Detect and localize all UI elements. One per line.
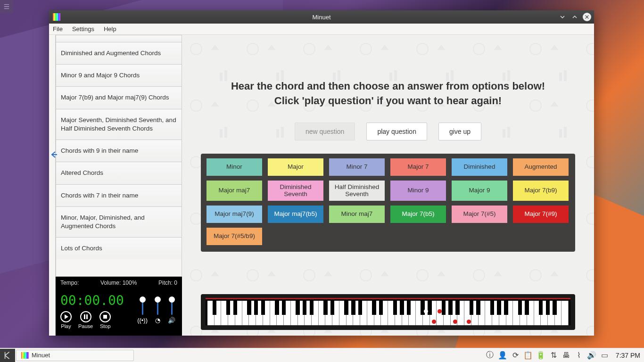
info-icon[interactable]: ⓘ (487, 352, 494, 359)
notifications-icon[interactable]: ▭ (601, 352, 608, 359)
usb-icon[interactable]: ⇅ (550, 352, 557, 359)
black-key[interactable] (233, 301, 237, 315)
black-key[interactable] (296, 301, 299, 315)
black-key[interactable] (553, 301, 556, 315)
printer-icon[interactable]: 🖶 (563, 352, 570, 359)
black-key[interactable] (407, 301, 411, 315)
answer-option[interactable]: Minor 9 (390, 181, 446, 201)
black-key[interactable] (448, 301, 452, 315)
exercise-item[interactable]: Diminished and Augmented Chords (56, 42, 182, 64)
answer-option[interactable]: Major maj7(b5) (268, 206, 323, 223)
answer-option[interactable]: Half Diminished Seventh (329, 181, 385, 201)
play-question-button[interactable]: play question (366, 123, 427, 140)
answer-option[interactable]: Diminished (452, 158, 507, 176)
black-key[interactable] (254, 301, 258, 315)
black-key[interactable] (379, 301, 383, 315)
answer-option[interactable]: Major 7(#9) (513, 206, 569, 223)
volume-icon[interactable]: 🔊 (588, 352, 595, 359)
answer-option[interactable]: Minor (206, 158, 262, 176)
menu-help[interactable]: Help (104, 25, 116, 33)
black-key[interactable] (455, 301, 459, 315)
battery-icon[interactable]: 🔋 (537, 352, 545, 359)
titlebar[interactable]: Minuet (49, 10, 594, 24)
play-button[interactable]: Play (60, 311, 72, 329)
exercise-item[interactable]: Major 7(b9) and Major maj7(9) Chords (56, 86, 182, 108)
black-key[interactable] (323, 301, 327, 315)
app-icon (53, 13, 60, 21)
black-key[interactable] (393, 301, 397, 315)
exercise-item[interactable]: Altered Chords (56, 162, 182, 184)
black-key[interactable] (330, 301, 334, 315)
black-key[interactable] (226, 301, 230, 315)
maximize-button[interactable] (570, 13, 579, 21)
minimize-button[interactable] (558, 13, 567, 21)
black-key[interactable] (261, 301, 265, 315)
exercise-item[interactable]: Chords with 7 in their name (56, 184, 182, 206)
network-icon[interactable]: ⌇ (576, 352, 583, 359)
menu-file[interactable]: File (53, 25, 63, 33)
black-key[interactable] (539, 301, 543, 315)
black-key[interactable] (310, 301, 314, 315)
black-key[interactable] (442, 301, 446, 315)
black-key[interactable] (275, 301, 279, 315)
answer-option[interactable]: Major 7(b5) (390, 206, 446, 223)
exercise-item[interactable]: Minor 9 and Major 9 Chords (56, 64, 182, 86)
black-key[interactable] (400, 301, 404, 315)
desktop-menu-button[interactable] (0, 0, 13, 13)
piano[interactable] (201, 294, 575, 330)
start-button[interactable] (0, 349, 15, 362)
new-question-button[interactable]: new question (295, 123, 355, 140)
black-key[interactable] (490, 301, 494, 315)
sidebar-tab-handle[interactable] (49, 35, 56, 336)
black-key[interactable] (470, 301, 473, 315)
black-key[interactable] (497, 301, 501, 315)
exercise-list[interactable]: Minor 7 and Dominant 7 ChordsDiminished … (56, 35, 182, 277)
tempo-slider[interactable]: ((•)) (137, 298, 148, 324)
answer-option[interactable]: Major (268, 158, 323, 176)
give-up-button[interactable]: give up (438, 123, 481, 140)
answer-option[interactable]: Major maj7(9) (206, 206, 262, 223)
black-key[interactable] (303, 301, 306, 315)
black-key[interactable] (476, 301, 480, 315)
exercise-item[interactable]: Minor, Major, Diminished, and Augmented … (56, 206, 182, 237)
volume-slider[interactable]: ◔ (155, 298, 160, 324)
taskbar-app-minuet[interactable]: Minuet (16, 350, 134, 361)
collapse-sidebar-button[interactable] (49, 150, 59, 159)
black-key[interactable] (504, 301, 508, 315)
menu-settings[interactable]: Settings (72, 25, 94, 33)
black-key[interactable] (358, 301, 362, 315)
answer-option[interactable]: Minor maj7 (329, 206, 385, 223)
exercise-item[interactable]: Chords with 9 in their name (56, 140, 182, 162)
black-key[interactable] (525, 301, 528, 315)
updates-icon[interactable]: ⟳ (512, 352, 519, 359)
exercise-item[interactable]: Minor 7 and Dominant 7 Chords (56, 35, 182, 42)
pause-icon (80, 311, 91, 322)
clock[interactable]: 7:37 PM (616, 352, 640, 359)
stop-button[interactable]: Stop (99, 311, 111, 329)
answer-option[interactable]: Diminished Seventh (268, 181, 323, 201)
answer-option[interactable]: Major 7(#5) (452, 206, 507, 223)
black-key[interactable] (372, 301, 376, 315)
close-button[interactable] (583, 13, 591, 21)
black-key[interactable] (282, 301, 286, 315)
answer-option[interactable]: Major 7(b9) (513, 181, 569, 201)
answer-option[interactable]: Major 7 (390, 158, 446, 176)
black-key[interactable] (351, 301, 355, 315)
answer-option[interactable]: Major 9 (452, 181, 507, 201)
black-key[interactable] (518, 301, 522, 315)
clipboard-icon[interactable]: 📋 (525, 352, 532, 359)
black-key[interactable] (247, 301, 251, 315)
black-key[interactable] (546, 301, 550, 315)
answer-option[interactable]: Minor 7 (329, 158, 385, 176)
answer-option[interactable]: Major maj7 (206, 181, 262, 201)
user-icon[interactable]: 👤 (499, 352, 506, 359)
answer-option[interactable]: Major 7(#5/b9) (206, 228, 262, 245)
answer-option[interactable]: Augmented (513, 158, 569, 176)
pause-button[interactable]: Pause (78, 311, 93, 329)
black-key[interactable] (428, 301, 431, 315)
exercise-item[interactable]: Major Seventh, Diminished Seventh, and H… (56, 109, 182, 140)
exercise-item[interactable]: Lots of Chords (56, 237, 182, 259)
black-key[interactable] (344, 301, 348, 315)
pitch-slider[interactable]: 🔊 (168, 298, 175, 324)
black-key[interactable] (213, 301, 216, 315)
